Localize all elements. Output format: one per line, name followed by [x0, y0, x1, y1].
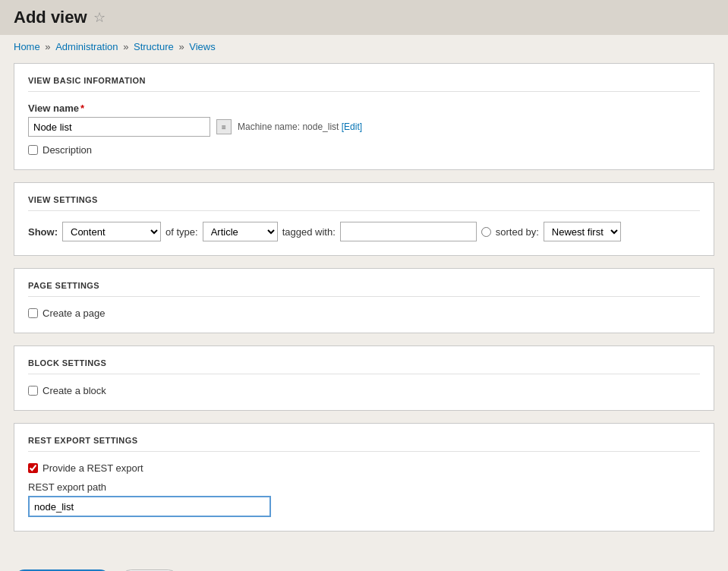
view-basic-title: VIEW BASIC INFORMATION — [28, 76, 700, 92]
page-title: Add view — [14, 8, 87, 27]
rest-export-section: REST EXPORT SETTINGS Provide a REST expo… — [14, 423, 714, 532]
provide-rest-row: Provide a REST export — [28, 462, 700, 474]
page-settings-title: PAGE SETTINGS — [28, 281, 700, 297]
view-settings-title: VIEW SETTINGS — [28, 195, 700, 211]
machine-name-edit-link[interactable]: [Edit] — [342, 121, 362, 132]
provide-rest-label[interactable]: Provide a REST export — [43, 462, 143, 474]
create-block-row: Create a block — [28, 385, 700, 396]
breadcrumb-views[interactable]: Views — [189, 41, 215, 52]
breadcrumb: Home » Administration » Structure » View… — [0, 35, 728, 58]
rest-path-label: REST export path — [28, 481, 700, 493]
view-name-row: ≡ Machine name: node_list [Edit] — [28, 117, 700, 137]
block-settings-title: BLOCK SETTINGS — [28, 358, 700, 374]
tagged-with-input[interactable] — [340, 222, 477, 241]
tagged-with-radio[interactable] — [481, 227, 491, 237]
sorted-by-select[interactable]: Newest first Oldest first Title A-Z Titl… — [544, 222, 621, 241]
create-page-checkbox[interactable] — [28, 308, 38, 318]
description-label[interactable]: Description — [43, 144, 92, 156]
rest-export-title: REST EXPORT SETTINGS — [28, 436, 700, 452]
rest-path-input[interactable] — [28, 496, 271, 517]
machine-name-icon[interactable]: ≡ — [216, 119, 232, 134]
view-name-input[interactable] — [28, 117, 210, 137]
sorted-by-label: sorted by: — [496, 226, 539, 238]
page-settings-section: PAGE SETTINGS Create a page — [14, 268, 714, 333]
provide-rest-checkbox[interactable] — [28, 463, 38, 473]
block-settings-section: BLOCK SETTINGS Create a block — [14, 345, 714, 411]
breadcrumb-administration[interactable]: Administration — [55, 41, 118, 52]
main-content: VIEW BASIC INFORMATION View name* ≡ Mach… — [0, 58, 728, 559]
show-label: Show: — [28, 226, 58, 238]
create-page-row: Create a page — [28, 308, 700, 319]
favorite-star-icon[interactable]: ☆ — [93, 9, 106, 26]
breadcrumb-structure[interactable]: Structure — [134, 41, 174, 52]
of-type-label: of type: — [165, 226, 198, 238]
machine-name-text: Machine name: node_list [Edit] — [238, 121, 362, 132]
create-block-checkbox[interactable] — [28, 386, 38, 396]
create-block-label[interactable]: Create a block — [43, 385, 106, 396]
breadcrumb-home[interactable]: Home — [14, 41, 40, 52]
page-title-bar: Add view ☆ — [0, 0, 728, 35]
of-type-select[interactable]: Article Basic page All — [203, 222, 278, 241]
create-page-label[interactable]: Create a page — [43, 308, 105, 319]
description-checkbox[interactable] — [28, 145, 38, 155]
description-checkbox-row: Description — [28, 144, 700, 156]
view-basic-section: VIEW BASIC INFORMATION View name* ≡ Mach… — [14, 63, 714, 170]
view-name-label: View name* — [28, 103, 700, 114]
view-settings-row: Show: Content Users Taxonomy terms Files… — [28, 222, 700, 241]
tagged-with-label: tagged with: — [282, 226, 336, 238]
button-row: Save and edit Cancel — [0, 559, 728, 571]
show-select[interactable]: Content Users Taxonomy terms Files — [62, 222, 161, 241]
view-settings-section: VIEW SETTINGS Show: Content Users Taxono… — [14, 182, 714, 256]
required-star: * — [80, 103, 84, 114]
